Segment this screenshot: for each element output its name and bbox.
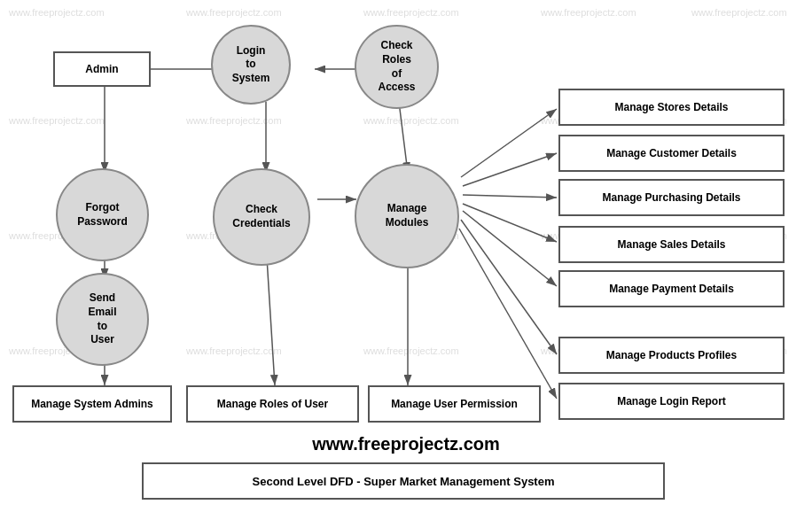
svg-line-11 [463,153,557,186]
svg-line-16 [459,229,557,399]
manage-purchasing-box: Manage Purchasing Details [558,179,785,216]
check-credentials-circle: CheckCredentials [213,168,310,266]
caption-text: Second Level DFD - Super Market Manageme… [253,475,555,488]
manage-user-permission-label: Manage User Permission [391,398,518,410]
manage-modules-circle: ManageModules [355,164,459,268]
caption-box: Second Level DFD - Super Market Manageme… [142,462,665,500]
website-text: www.freeprojectz.com [312,434,500,454]
manage-products-box: Manage Products Profiles [558,337,785,374]
manage-purchasing-label: Manage Purchasing Details [602,191,740,204]
manage-stores-label: Manage Stores Details [614,101,728,113]
svg-line-12 [463,195,557,198]
manage-roles-box: Manage Roles of User [186,385,359,423]
manage-products-label: Manage Products Profiles [606,349,737,361]
check-roles-label: CheckRolesofAccess [378,39,415,94]
svg-line-15 [461,220,557,354]
manage-payment-box: Manage Payment Details [558,270,785,307]
manage-sales-box: Manage Sales Details [558,226,785,263]
manage-sales-label: Manage Sales Details [617,238,725,251]
manage-roles-label: Manage Roles of User [217,398,328,410]
admin-label: Admin [85,63,118,75]
send-email-circle: SendEmailtoUser [56,273,149,366]
login-label: LogintoSystem [232,44,270,86]
manage-login-box: Manage Login Report [558,383,785,420]
manage-user-permission-box: Manage User Permission [368,385,541,423]
forgot-password-label: ForgotPassword [77,201,128,229]
check-credentials-label: CheckCredentials [232,203,290,230]
manage-customer-box: Manage Customer Details [558,135,785,172]
manage-modules-label: ManageModules [386,202,429,229]
send-email-label: SendEmailtoUser [88,291,116,346]
manage-system-admins-label: Manage System Admins [31,398,153,410]
forgot-password-circle: ForgotPassword [56,168,149,261]
manage-login-label: Manage Login Report [617,395,726,407]
check-roles-circle: CheckRolesofAccess [355,25,439,109]
login-circle: LogintoSystem [211,25,291,105]
manage-payment-label: Manage Payment Details [609,283,734,295]
admin-box: Admin [53,51,151,87]
manage-stores-box: Manage Stores Details [558,89,785,126]
svg-line-10 [461,109,557,177]
diagram-container: www.freeprojectz.com www.freeprojectz.co… [0,0,812,520]
website-footer: www.freeprojectz.com [0,434,812,454]
manage-system-admins-box: Manage System Admins [12,385,172,423]
manage-customer-label: Manage Customer Details [606,147,737,159]
svg-line-4 [399,102,408,173]
